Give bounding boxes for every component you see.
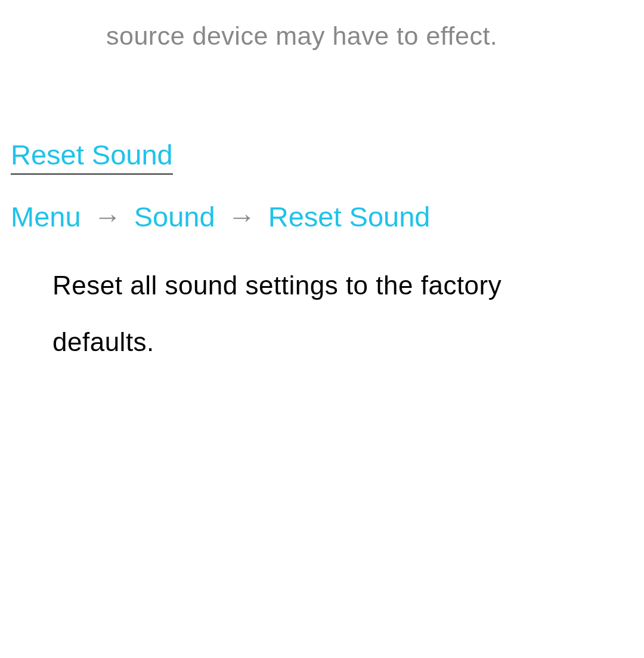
previous-section-fragment: source device may have to effect. [106, 21, 497, 51]
section-heading-reset-sound: Reset Sound [11, 138, 173, 175]
arrow-icon: → [228, 201, 256, 232]
breadcrumb-item-sound: Sound [134, 201, 215, 232]
arrow-icon: → [94, 201, 122, 232]
breadcrumb-item-menu: Menu [11, 201, 81, 232]
breadcrumb-item-reset-sound: Reset Sound [268, 201, 431, 232]
section-description: Reset all sound settings to the factory … [52, 257, 608, 370]
breadcrumb: Menu → Sound → Reset Sound [11, 200, 430, 233]
